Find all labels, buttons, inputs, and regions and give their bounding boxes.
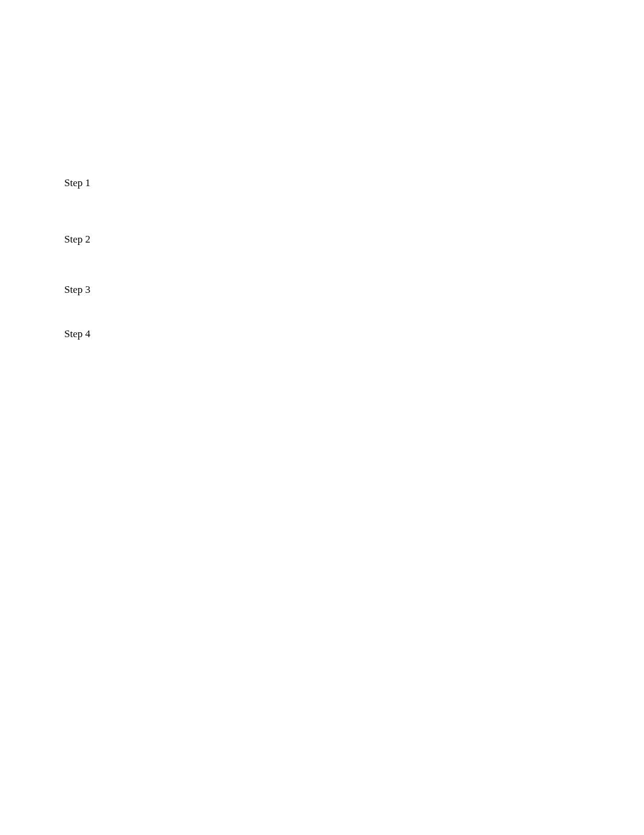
step-item: Step 4 (64, 328, 90, 340)
step-item: Step 2 (64, 233, 90, 246)
step-item: Step 3 (64, 284, 90, 296)
steps-list: Step 1 Step 2 Step 3 Step 4 (64, 177, 90, 341)
step-item: Step 1 (64, 177, 90, 189)
